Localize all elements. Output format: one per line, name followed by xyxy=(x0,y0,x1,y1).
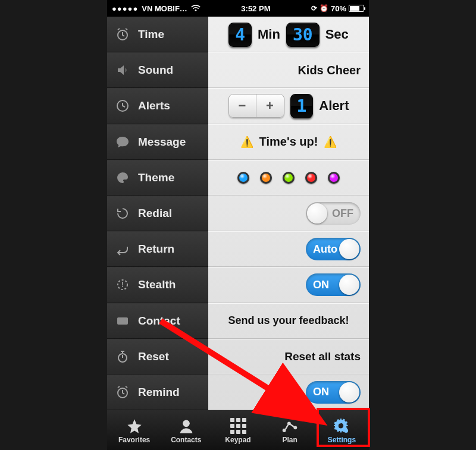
theme-color-blue[interactable] xyxy=(237,172,249,184)
svg-point-16 xyxy=(344,429,348,433)
tab-favorites[interactable]: Favorites xyxy=(108,414,160,448)
tab-settings[interactable]: Settings xyxy=(316,414,368,448)
sidebar-item-label: Alerts xyxy=(138,99,170,112)
toggle-label: OFF xyxy=(332,207,353,220)
clock-alarm-icon xyxy=(114,384,131,401)
speech-bubble-icon xyxy=(114,134,131,150)
seconds-display[interactable]: 30 xyxy=(286,23,320,47)
stepper-minus-button[interactable]: − xyxy=(229,95,256,117)
star-icon xyxy=(126,418,143,435)
tab-label: Plan xyxy=(283,436,298,444)
sidebar-item-message[interactable]: Message xyxy=(107,124,208,160)
sidebar-item-label: Message xyxy=(138,136,186,149)
time-row[interactable]: 4 Min 30 Sec xyxy=(208,17,369,52)
minutes-display[interactable]: 4 xyxy=(228,23,252,47)
svg-point-4 xyxy=(121,174,123,176)
remind-row: ON xyxy=(208,375,369,410)
phone-frame: ●●●●● VN MOBIF… 3:52 PM ⟳ ⏰ 70% xyxy=(107,0,369,450)
theme-row xyxy=(208,160,369,196)
redial-icon xyxy=(114,205,131,222)
svg-text:!: ! xyxy=(121,281,124,289)
toggle-knob xyxy=(339,239,359,259)
sidebar-item-remind[interactable]: Remind xyxy=(107,375,208,410)
sidebar-item-theme[interactable]: Theme xyxy=(107,160,208,196)
statusbar-left: ●●●●● VN MOBIF… xyxy=(112,4,201,13)
sidebar-item-label: Sound xyxy=(138,64,173,77)
theme-color-red[interactable] xyxy=(305,172,317,184)
sound-value: Kids Cheer xyxy=(298,64,361,77)
alerts-row: − + 1 Alert xyxy=(208,88,369,124)
redial-row: OFF xyxy=(208,196,369,231)
sidebar-item-return[interactable]: Return xyxy=(107,231,208,267)
settings-sidebar: Time Sound Alerts xyxy=(107,17,208,410)
tab-label: Settings xyxy=(328,436,356,444)
tabbar: Favorites Contacts Keypad Plan Settings xyxy=(107,410,369,450)
stepper-plus-button[interactable]: + xyxy=(256,95,284,117)
tab-label: Contacts xyxy=(171,436,201,444)
alerts-label: Alert xyxy=(319,98,349,114)
svg-point-5 xyxy=(123,174,125,176)
warning-icon: ⚠️ xyxy=(240,136,253,149)
sidebar-item-time[interactable]: Time xyxy=(107,17,208,52)
screenshot-stage: ●●●●● VN MOBIF… 3:52 PM ⟳ ⏰ 70% xyxy=(0,0,476,450)
stopwatch-icon xyxy=(114,348,131,365)
sound-row[interactable]: Kids Cheer xyxy=(208,52,369,88)
sidebar-item-sound[interactable]: Sound xyxy=(107,52,208,88)
tab-keypad[interactable]: Keypad xyxy=(212,414,264,448)
return-toggle[interactable]: Auto xyxy=(306,238,361,260)
reset-row[interactable]: Reset all stats xyxy=(208,339,369,375)
envelope-icon xyxy=(114,313,131,329)
sidebar-item-redial[interactable]: Redial xyxy=(107,196,208,231)
toggle-knob xyxy=(339,382,359,402)
toggle-label: ON xyxy=(313,279,329,291)
plan-graph-icon xyxy=(281,418,299,435)
sidebar-item-contact[interactable]: Contact xyxy=(107,303,208,339)
svg-point-6 xyxy=(124,177,126,178)
theme-color-pink[interactable] xyxy=(328,172,340,184)
keypad-icon xyxy=(229,418,247,435)
statusbar-time: 3:52 PM xyxy=(201,4,311,13)
tab-contacts[interactable]: Contacts xyxy=(160,414,212,448)
return-row: Auto xyxy=(208,231,369,267)
sidebar-item-stealth[interactable]: ! Stealth xyxy=(107,267,208,303)
toggle-knob xyxy=(307,203,327,224)
return-arrow-icon xyxy=(114,241,131,257)
toggle-label: Auto xyxy=(313,243,337,256)
settings-main: 4 Min 30 Sec Kids Cheer − + 1 Alert xyxy=(208,17,369,410)
toggle-label: ON xyxy=(313,386,329,398)
battery-icon xyxy=(349,5,364,12)
sidebar-item-label: Return xyxy=(138,243,174,256)
message-text: Time's up! xyxy=(259,135,318,149)
alerts-stepper[interactable]: − + xyxy=(228,94,284,118)
orientation-lock-icon: ⟳ xyxy=(311,4,317,12)
warning-icon: ⚠️ xyxy=(324,136,337,149)
toggle-knob xyxy=(339,275,359,295)
carrier-label: VN MOBIF… xyxy=(142,4,187,13)
tab-label: Keypad xyxy=(225,436,250,444)
stealth-toggle[interactable]: ON xyxy=(306,273,361,296)
contact-text: Send us your feedback! xyxy=(228,314,349,327)
redial-toggle[interactable]: OFF xyxy=(306,202,361,225)
remind-toggle[interactable]: ON xyxy=(306,381,361,404)
tab-plan[interactable]: Plan xyxy=(264,414,316,448)
svg-point-0 xyxy=(195,10,196,11)
reset-text: Reset all stats xyxy=(284,350,361,363)
theme-color-orange[interactable] xyxy=(260,172,272,184)
alerts-count-display[interactable]: 1 xyxy=(290,94,314,118)
alarm-icon: ⏰ xyxy=(320,4,328,12)
wifi-icon xyxy=(191,5,201,12)
sidebar-item-alerts[interactable]: Alerts xyxy=(107,88,208,124)
sidebar-item-reset[interactable]: Reset xyxy=(107,339,208,375)
stealth-icon: ! xyxy=(114,276,131,293)
message-row[interactable]: ⚠️ Time's up! ⚠️ xyxy=(208,124,369,160)
tab-label: Favorites xyxy=(118,436,150,444)
sidebar-item-label: Redial xyxy=(138,207,172,220)
content: Time Sound Alerts xyxy=(107,17,369,410)
statusbar-right: ⟳ ⏰ 70% xyxy=(311,4,364,13)
sidebar-item-label: Stealth xyxy=(138,278,176,291)
stealth-row: ON xyxy=(208,267,369,303)
contact-row[interactable]: Send us your feedback! xyxy=(208,303,369,339)
theme-dots xyxy=(237,172,340,184)
theme-color-green[interactable] xyxy=(283,172,295,184)
svg-point-3 xyxy=(119,177,121,178)
